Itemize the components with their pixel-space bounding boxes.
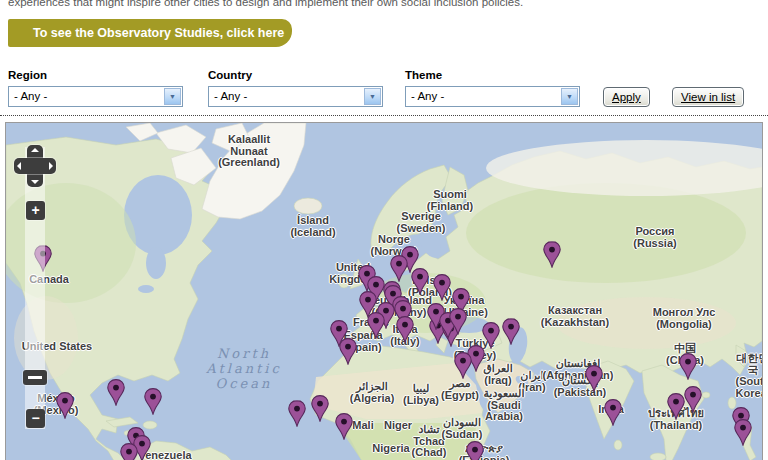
map-marker[interactable] — [679, 353, 697, 380]
chevron-down-icon[interactable]: ▼ — [364, 88, 381, 105]
map-marker[interactable] — [311, 395, 329, 422]
region-select[interactable]: - Any - ▼ — [8, 86, 183, 107]
map-marker[interactable] — [107, 379, 125, 406]
map-marker[interactable] — [339, 338, 357, 365]
map-marker[interactable] — [684, 386, 702, 413]
country-select-value: - Any - — [214, 90, 247, 102]
zoom-out-button[interactable]: − — [26, 409, 45, 428]
zoom-slider-handle[interactable] — [23, 370, 47, 385]
zoom-in-button[interactable]: + — [26, 201, 45, 220]
theme-select[interactable]: - Any - ▼ — [405, 86, 580, 107]
map-marker[interactable] — [604, 399, 622, 426]
map-marker[interactable] — [502, 318, 520, 345]
pan-left-icon[interactable] — [17, 162, 21, 170]
pan-up-icon[interactable] — [31, 148, 39, 152]
country-select[interactable]: - Any - ▼ — [208, 86, 383, 107]
map-marker[interactable] — [335, 413, 353, 440]
world-map[interactable]: Kalaallit Nunaat (Greenland)Ísland (Icel… — [5, 122, 763, 460]
map-marker[interactable] — [667, 393, 685, 420]
map-marker[interactable] — [433, 274, 451, 301]
chevron-down-icon[interactable]: ▼ — [164, 88, 181, 105]
map-marker[interactable] — [543, 241, 561, 268]
zoom-slider-track[interactable] — [25, 147, 45, 429]
map-marker[interactable] — [56, 392, 74, 419]
chevron-down-icon[interactable]: ▼ — [561, 88, 578, 105]
map-marker[interactable] — [396, 316, 414, 343]
map-marker[interactable] — [466, 441, 484, 460]
map-marker[interactable] — [390, 255, 408, 282]
region-select-value: - Any - — [14, 90, 47, 102]
map-marker[interactable] — [449, 308, 467, 335]
dotted-divider — [0, 115, 768, 116]
map-marker[interactable] — [734, 419, 752, 446]
pan-control[interactable] — [14, 145, 56, 187]
map-marker[interactable] — [120, 443, 138, 460]
region-filter-label: Region — [8, 69, 47, 81]
view-in-list-button[interactable]: View in list — [672, 87, 744, 107]
map-marker[interactable] — [288, 400, 306, 427]
country-filter-label: Country — [208, 69, 252, 81]
map-marker[interactable] — [367, 312, 385, 339]
map-marker[interactable] — [454, 352, 472, 379]
intro-text: experiences that might inspire other cit… — [8, 0, 758, 8]
apply-button[interactable]: Apply — [603, 87, 650, 107]
page: experiences that might inspire other cit… — [0, 0, 768, 460]
map-marker[interactable] — [585, 365, 603, 392]
theme-select-value: - Any - — [411, 90, 444, 102]
theme-filter-label: Theme — [405, 69, 442, 81]
pan-right-icon[interactable] — [49, 162, 53, 170]
observatory-studies-button[interactable]: To see the Observatory Studies, click he… — [8, 19, 292, 47]
pan-down-icon[interactable] — [31, 180, 39, 184]
map-marker[interactable] — [411, 268, 429, 295]
map-marker[interactable] — [144, 388, 162, 415]
